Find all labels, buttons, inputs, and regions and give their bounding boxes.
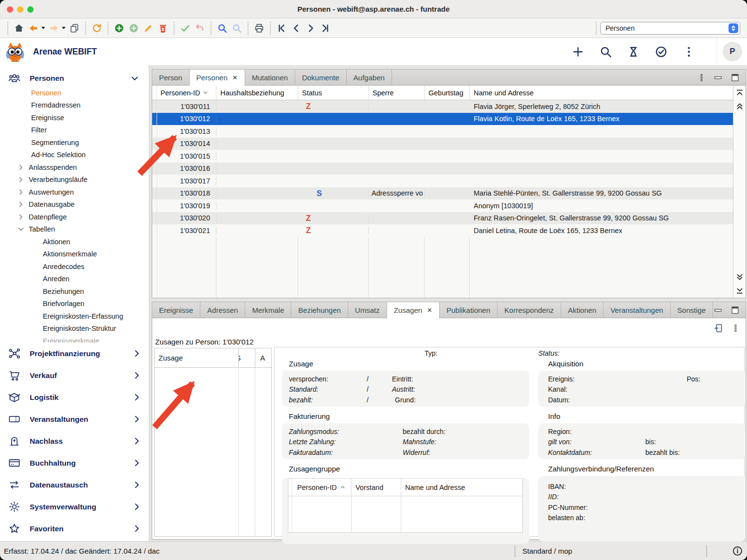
forward-history-caret[interactable] (62, 27, 66, 29)
sidebar-item-favoriten[interactable]: Favoriten (0, 518, 149, 540)
hourglass-icon[interactable] (627, 45, 640, 58)
refresh-button[interactable] (89, 21, 104, 36)
tab-korrespondenz[interactable]: Korrespondenz (498, 302, 561, 318)
maximize-pane-icon[interactable] (730, 306, 740, 315)
next-record-button[interactable] (303, 21, 318, 36)
sidebar-item-beziehungen[interactable]: Beziehungen (0, 285, 149, 298)
sidebar-group-anlassspenden[interactable]: Anlassspenden (0, 161, 149, 174)
sidebar-item-aktionsmerkmale[interactable]: Aktionsmerkmale (0, 248, 149, 261)
page-down-icon[interactable] (735, 272, 745, 282)
table-row[interactable]: 1'030'015 (152, 150, 733, 163)
previous-record-button[interactable] (289, 21, 303, 36)
tab-beziehungen[interactable]: Beziehungen (291, 302, 348, 318)
scroll-to-top-icon[interactable] (735, 88, 745, 98)
dots-menu-icon[interactable] (731, 324, 740, 332)
column-header-a[interactable]: A (255, 348, 271, 367)
table-row[interactable]: 1'030'021ZDaniel Letina, Route de Loëx 1… (152, 224, 733, 237)
table-row[interactable]: 1'030'018 S Adresssperre vo Maria Stehlé… (152, 187, 733, 200)
dots-menu-icon[interactable] (697, 73, 706, 82)
sidebar-item-ereigniskosten-erfassung[interactable]: Ereigniskosten-Erfassung (0, 310, 149, 323)
close-window-button[interactable] (7, 6, 13, 13)
sidebar-item-logistik[interactable]: Logistik (0, 386, 149, 408)
sidebar-item-anredecodes[interactable]: Anredecodes (0, 260, 149, 273)
table-row[interactable]: 1'030'011 Z Flavia Jörger, Sperletweg 2,… (152, 100, 733, 113)
delete-button[interactable] (156, 21, 170, 36)
print-button[interactable] (252, 21, 267, 36)
tab-veranstaltungen[interactable]: Veranstaltungen (604, 302, 670, 318)
search-button[interactable] (215, 21, 230, 36)
sidebar-item-adhoc-selektion[interactable]: Ad-Hoc Selektion (0, 149, 149, 162)
tab-aktionen[interactable]: Aktionen (561, 302, 604, 318)
sidebar-item-personen[interactable]: Personen (0, 87, 149, 99)
close-tab-icon[interactable]: ✕ (427, 307, 432, 314)
module-select[interactable]: Personen (600, 22, 740, 35)
page-up-icon[interactable] (735, 101, 745, 111)
tab-dokumente[interactable]: Dokumente (295, 70, 347, 86)
sidebar-item-systemverwaltung[interactable]: Systemverwaltung (0, 496, 149, 518)
column-header-name-adresse[interactable]: Name und Adresse (401, 479, 522, 496)
user-avatar[interactable]: P (723, 42, 742, 61)
sidebar-item-briefvorlagen[interactable]: Briefvorlagen (0, 298, 149, 310)
sidebar-item-nachlass[interactable]: Nachlass (0, 430, 149, 452)
sidebar-item-ereignismerkmale[interactable]: Ereignismerkmale (0, 335, 149, 343)
table-row[interactable]: 1'030'020ZFranz Rasen-Oringelet, St. Gal… (152, 212, 733, 225)
add-special-button[interactable] (126, 21, 141, 36)
column-header-personen-id[interactable]: Personen-ID (157, 86, 216, 100)
check-circle-icon[interactable] (655, 45, 668, 58)
more-menu-icon[interactable] (682, 45, 695, 58)
maximize-pane-icon[interactable] (730, 73, 740, 82)
sidebar-item-veranstaltungen[interactable]: Veranstaltungen (0, 408, 149, 430)
sidebar-item-projektfinanzierung[interactable]: Projektfinanzierung (0, 343, 149, 364)
home-button[interactable] (12, 21, 26, 36)
column-header-status[interactable]: Status (298, 86, 369, 100)
undo-button[interactable] (193, 21, 207, 36)
close-tab-icon[interactable]: ✕ (232, 74, 238, 81)
last-record-button[interactable] (318, 21, 333, 36)
tab-publikationen[interactable]: Publikationen (440, 302, 498, 318)
back-history-caret[interactable] (41, 27, 45, 29)
table-row[interactable]: 1'030'016 (152, 163, 733, 175)
duplicate-button[interactable] (67, 21, 82, 36)
back-button[interactable] (26, 21, 41, 36)
column-header-vorstand[interactable]: Vorstand (352, 479, 401, 496)
tab-merkmale[interactable]: Merkmale (245, 302, 291, 318)
tab-mutationen[interactable]: Mutationen (245, 70, 295, 86)
sidebar-item-anreden[interactable]: Anreden (0, 273, 149, 286)
sidebar-item-personen-root[interactable]: Personen (0, 70, 149, 87)
sidebar-item-fremdadressen[interactable]: Fremdadressen (0, 99, 149, 112)
sidebar-item-aktionen[interactable]: Aktionen (0, 235, 149, 248)
search-again-button[interactable] (230, 21, 244, 36)
table-row[interactable]: 1'030'013 (152, 125, 733, 138)
table-row[interactable]: 1'030'017 (152, 175, 733, 187)
tab-zusagen[interactable]: Zusagen✕ (387, 302, 440, 318)
sidebar-item-filter[interactable]: Filter (0, 124, 149, 137)
column-header-sperre[interactable]: Sperre (369, 86, 425, 100)
edit-button[interactable] (141, 21, 156, 36)
table-row-selected[interactable]: 1'030'012 Flavia Kotlin, Route de Loëx 1… (152, 113, 733, 126)
sidebar-group-datenpflege[interactable]: Datenpflege (0, 211, 149, 223)
sidebar-item-segmentierung[interactable]: Segmentierung (0, 136, 149, 149)
forward-button[interactable] (47, 21, 61, 36)
tab-person[interactable]: Person (152, 70, 190, 86)
sidebar-item-ereignisse[interactable]: Ereignisse (0, 111, 149, 124)
column-header-geburtstag[interactable]: Geburtstag (425, 86, 470, 100)
sidebar-group-auswertungen[interactable]: Auswertungen (0, 186, 149, 199)
sidebar-group-datenausgabe[interactable]: Datenausgabe (0, 199, 149, 211)
column-header-personen-id[interactable]: Personen-ID (292, 479, 352, 496)
tab-adressen[interactable]: Adressen (200, 302, 245, 318)
select-stepper-icon[interactable] (729, 23, 738, 33)
table-row[interactable]: 1'030'019Anonym [1030019] (152, 199, 733, 212)
column-header-zusage[interactable]: Zusage (155, 354, 238, 362)
first-record-button[interactable] (274, 21, 289, 36)
sidebar-item-buchhaltung[interactable]: Buchhaltung (0, 452, 149, 474)
collapse-panel-icon[interactable] (713, 323, 724, 333)
tab-umsatz[interactable]: Umsatz (348, 302, 387, 318)
column-header-haushaltsbeziehung[interactable]: Haushaltsbeziehung (216, 86, 298, 100)
table-row[interactable]: 1'030'014 (152, 138, 733, 150)
scroll-to-bottom-icon[interactable] (735, 286, 745, 295)
minimize-pane-icon[interactable] (713, 306, 723, 315)
tab-personen[interactable]: Personen✕ (190, 70, 245, 86)
zoom-window-button[interactable] (27, 6, 34, 13)
add-button[interactable] (112, 21, 126, 36)
sidebar-item-verkauf[interactable]: Verkauf (0, 364, 149, 386)
